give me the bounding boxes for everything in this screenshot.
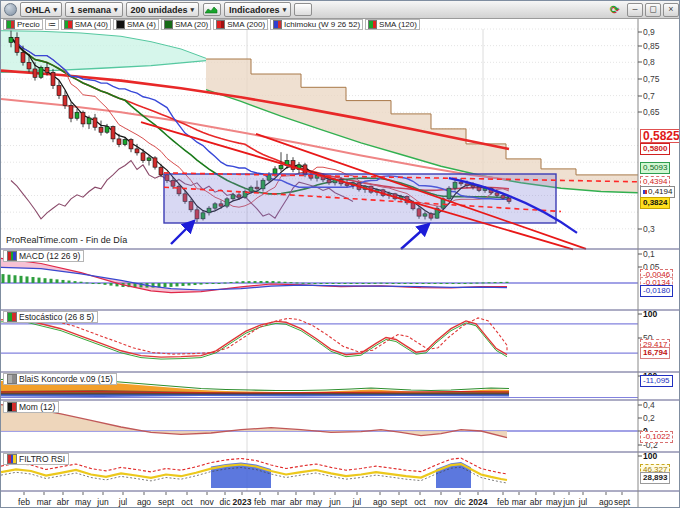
symbol-dropdown[interactable]: OHLA ▾ <box>20 2 62 17</box>
time-axis-label: oct <box>181 497 192 507</box>
toolbar: OHLA ▾ 1 semana ▾ 200 unidades ▾ Indicad… <box>1 1 680 19</box>
series-color-icon <box>64 20 73 29</box>
time-axis-label: nov <box>434 497 448 507</box>
axis-tick-label: 0,3 <box>643 224 655 234</box>
price-label: -0,1022 <box>640 431 673 443</box>
axis-tick-label: 100 <box>643 451 657 461</box>
time-axis-label: feb <box>254 497 266 507</box>
legend-item-label: SMA (40) <box>75 20 108 29</box>
panel-label-text: Mom (12) <box>19 402 55 412</box>
legend-item-label: Ichimoku (W 9 26 52) <box>284 20 360 29</box>
legend-item-ichimoku-w-9-26-52-[interactable]: Ichimoku (W 9 26 52) <box>270 19 363 30</box>
indicator-icon <box>7 374 17 384</box>
position-marker-icon <box>643 190 647 194</box>
time-axis-label: ago <box>599 497 613 507</box>
maximize-button[interactable]: ◻ <box>645 3 661 17</box>
time-axis-label: mar <box>512 497 527 507</box>
price-label: 0,5825 <box>640 129 680 143</box>
axis-tick-label: 0,4 <box>643 400 655 410</box>
series-color-icon <box>216 20 225 29</box>
time-axis-label: ago <box>137 497 151 507</box>
refresh-icon[interactable]: ⟳ <box>610 3 619 16</box>
panel-label-text: BlaiS Koncorde v.09 (15) <box>19 374 113 384</box>
panel-label-text: FILTRO RSI <box>19 454 65 464</box>
chevron-down-icon: ▾ <box>114 6 118 14</box>
time-axis-label: jun <box>329 497 340 507</box>
units-dropdown[interactable]: 200 unidades ▾ <box>126 2 200 17</box>
axis-tick-label: 100 <box>643 309 657 319</box>
legend-list-icon[interactable]: ≔ <box>45 19 59 30</box>
units-label: 200 unidades <box>131 5 188 15</box>
time-axis-label: jul <box>579 497 588 507</box>
panel-label-macd[interactable]: MACD (12 26 9) <box>3 250 84 262</box>
legend-item-sma-200-[interactable]: SMA (200) <box>213 19 268 30</box>
series-color-icon <box>116 20 125 29</box>
panel-label-filtro[interactable]: FILTRO RSI <box>3 453 69 465</box>
time-axis-label: 2024 <box>469 497 488 507</box>
legend-item-label: SMA (20) <box>175 20 208 29</box>
time-axis-label: feb <box>497 497 509 507</box>
indicator-icon <box>7 402 17 412</box>
axis-tick-label: 0,8 <box>643 57 655 67</box>
legend-item-precio[interactable]: Precio <box>3 19 43 30</box>
price-label: 0,5093 <box>640 162 670 174</box>
time-axis-label: ago <box>373 497 387 507</box>
series-color-icon <box>273 20 282 29</box>
panel-label-mom[interactable]: Mom (12) <box>3 401 59 413</box>
legend-item-sma-40-[interactable]: SMA (40) <box>61 19 111 30</box>
time-axis-label: 2023 <box>233 497 252 507</box>
app-icon <box>4 3 17 16</box>
time-axis-label: oct <box>414 497 425 507</box>
series-color-icon <box>6 20 15 29</box>
chart-type-button[interactable] <box>203 3 221 16</box>
toolbar-extra-button[interactable] <box>294 3 312 16</box>
axis-tick-label: 0,7 <box>643 91 655 101</box>
legend-item-sma-4-[interactable]: SMA (4) <box>113 19 159 30</box>
panel-label-blais[interactable]: BlaiS Koncorde v.09 (15) <box>3 373 117 385</box>
axis-tick-label: 0,1 <box>643 249 655 259</box>
legend-item-label: SMA (200) <box>227 20 265 29</box>
axis-tick-label: 0,65 <box>643 107 660 117</box>
axis-tick-label: 0,75 <box>643 74 660 84</box>
window-controls: ⟳ – ◻ × <box>610 3 679 17</box>
legend-bar: Precio≔SMA (40)SMA (4)SMA (20)SMA (200)I… <box>3 19 422 30</box>
time-axis-label: abr <box>530 497 542 507</box>
axis-tick-label: 0,2 <box>643 413 655 423</box>
indicator-icon <box>7 312 17 322</box>
series-color-icon <box>164 20 173 29</box>
time-axis-label: mar <box>271 497 286 507</box>
time-axis-label: jun <box>563 497 574 507</box>
timeframe-dropdown[interactable]: 1 semana ▾ <box>65 2 123 17</box>
time-axis-label: may <box>75 497 91 507</box>
time-axis-label: jul <box>353 497 362 507</box>
time-axis-label: may <box>546 497 562 507</box>
time-axis-label: sept <box>391 497 407 507</box>
legend-item-sma-20-[interactable]: SMA (20) <box>161 19 211 30</box>
time-axis-label: abr <box>57 497 69 507</box>
chevron-down-icon: ▾ <box>54 6 58 14</box>
indicator-icon <box>7 454 17 464</box>
symbol-label: OHLA <box>25 5 51 15</box>
panel-label-estocástico[interactable]: Estocástico (26 8 5) <box>3 311 98 323</box>
time-axis-label: nov <box>200 497 214 507</box>
legend-item-label: SMA (120) <box>379 20 417 29</box>
chevron-down-icon: ▾ <box>283 6 287 14</box>
price-label: 28,893 <box>640 472 670 484</box>
axis-tick-label: 0,9 <box>643 27 655 37</box>
series-color-icon <box>368 20 377 29</box>
price-label: 0,5800 <box>640 143 670 155</box>
axis-tick-label: 0,85 <box>643 41 660 51</box>
panel-label-text: MACD (12 26 9) <box>19 251 80 261</box>
area-chart-icon <box>205 5 218 14</box>
close-button[interactable]: × <box>663 3 679 17</box>
time-axis-label: dic <box>220 497 231 507</box>
minimize-button[interactable]: – <box>627 3 643 17</box>
time-axis-label: sept <box>614 497 630 507</box>
time-axis-label: mar <box>37 497 52 507</box>
indicators-dropdown[interactable]: Indicadores ▾ <box>224 2 291 17</box>
indicator-icon <box>7 251 17 261</box>
time-axis-label: feb <box>18 497 30 507</box>
price-label: 0,3824 <box>640 197 670 209</box>
legend-item-sma-120-[interactable]: SMA (120) <box>365 19 420 30</box>
chart-canvas[interactable] <box>1 1 680 508</box>
